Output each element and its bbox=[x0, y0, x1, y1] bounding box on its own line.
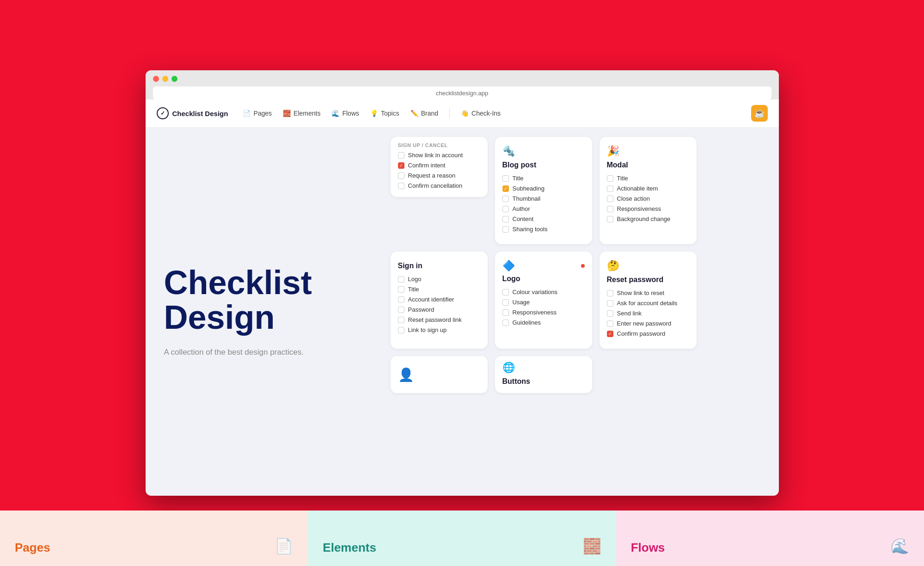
checklist-item-modal-actionable[interactable]: Actionable item bbox=[607, 185, 689, 192]
checklist-item-bp-content[interactable]: Content bbox=[502, 215, 585, 222]
checkbox-bp-content[interactable] bbox=[502, 216, 509, 222]
checkbox-send-link[interactable] bbox=[607, 310, 613, 317]
checklist-item-password[interactable]: Password bbox=[398, 306, 480, 313]
checkbox-show-link-account[interactable] bbox=[398, 152, 404, 159]
checklist-item-colour-var[interactable]: Colour variations bbox=[502, 289, 585, 295]
item-label: Responsiveness bbox=[617, 205, 661, 212]
buy-coffee-button[interactable]: ☕ bbox=[751, 105, 768, 122]
elements-icon: 🧱 bbox=[283, 110, 291, 117]
checkbox-new-password[interactable] bbox=[607, 320, 613, 327]
flows-label: Flows bbox=[342, 110, 359, 117]
checkbox-confirm-cancellation[interactable] bbox=[398, 183, 404, 189]
checklist-item-ask-account[interactable]: Ask for account details bbox=[607, 300, 689, 307]
modal-card: 🎉 Modal Title Actionable item Close acti… bbox=[600, 137, 697, 244]
checkbox-password[interactable] bbox=[398, 307, 404, 313]
hero-title: Checklist Design bbox=[164, 265, 367, 335]
nav-item-elements[interactable]: 🧱 Elements bbox=[283, 110, 320, 117]
checkins-icon: 👋 bbox=[461, 110, 469, 117]
checkbox-bp-thumbnail[interactable] bbox=[502, 196, 509, 202]
url-bar[interactable]: checklistdesign.app bbox=[153, 86, 771, 99]
checklist-item-reset-link[interactable]: Reset password link bbox=[398, 316, 480, 323]
checkbox-reset-link[interactable] bbox=[398, 317, 404, 323]
checkbox-bp-subheading[interactable]: ✓ bbox=[502, 185, 509, 192]
checklist-item-usage[interactable]: Usage bbox=[502, 299, 585, 306]
checkbox-colour-var[interactable] bbox=[502, 289, 509, 295]
checkbox-usage[interactable] bbox=[502, 299, 509, 306]
checklist-item-bp-title[interactable]: Title bbox=[502, 175, 585, 182]
checkbox-bp-sharing[interactable] bbox=[502, 226, 509, 233]
nav-items: 📄 Pages 🧱 Elements 🌊 Flows 💡 Topics ✏️ B… bbox=[243, 108, 736, 118]
checklist-item-modal-close[interactable]: Close action bbox=[607, 195, 689, 202]
reset-pwd-emoji: 🤔 bbox=[607, 260, 689, 272]
checklist-item-bp-sharing[interactable]: Sharing tools bbox=[502, 226, 585, 233]
nav-item-checkins[interactable]: 👋 Check-Ins bbox=[461, 110, 501, 117]
close-button[interactable] bbox=[153, 76, 159, 82]
buttons-card: 🌐 Buttons bbox=[495, 356, 592, 393]
nav-logo[interactable]: ✓ Checklist Design bbox=[157, 107, 228, 119]
checkbox-account-id[interactable] bbox=[398, 296, 404, 303]
checklist-item-sign-up-link[interactable]: Link to sign up bbox=[398, 326, 480, 333]
item-label: Actionable item bbox=[617, 185, 658, 192]
checkbox-modal-close[interactable] bbox=[607, 196, 613, 202]
checkbox-modal-bg[interactable] bbox=[607, 216, 613, 222]
nav-item-flows[interactable]: 🌊 Flows bbox=[331, 110, 359, 117]
checkbox-bp-author[interactable] bbox=[502, 206, 509, 212]
blog-post-title: Blog post bbox=[502, 161, 585, 169]
checklist-item-bp-author[interactable]: Author bbox=[502, 205, 585, 212]
checkbox-logo[interactable] bbox=[398, 276, 404, 283]
pages-label: Pages bbox=[253, 110, 272, 117]
maximize-button[interactable] bbox=[171, 76, 177, 82]
checklist-item-bp-thumbnail[interactable]: Thumbnail bbox=[502, 195, 585, 202]
modal-title: Modal bbox=[607, 161, 689, 169]
checkbox-logo-responsive[interactable] bbox=[502, 309, 509, 316]
checkbox-si-title[interactable] bbox=[398, 286, 404, 293]
checkbox-show-reset-link[interactable] bbox=[607, 290, 613, 296]
checklist-item-show-link-account[interactable]: Show link in account bbox=[398, 152, 480, 159]
checklist-item-logo-responsive[interactable]: Responsiveness bbox=[502, 309, 585, 316]
checkbox-sign-up-link[interactable] bbox=[398, 327, 404, 333]
checkbox-guidelines[interactable] bbox=[502, 320, 509, 326]
item-label: Password bbox=[408, 306, 434, 313]
checklist-item-new-password[interactable]: Enter new password bbox=[607, 320, 689, 327]
checklist-item-modal-title[interactable]: Title bbox=[607, 175, 689, 182]
checklist-item-modal-bg[interactable]: Background change bbox=[607, 215, 689, 222]
nav-item-topics[interactable]: 💡 Topics bbox=[370, 110, 399, 117]
checklist-item-send-link[interactable]: Send link bbox=[607, 310, 689, 317]
checklist-item-show-reset-link[interactable]: Show link to reset bbox=[607, 289, 689, 296]
checklist-item-modal-responsive[interactable]: Responsiveness bbox=[607, 205, 689, 212]
item-label: Colour variations bbox=[513, 289, 558, 295]
checklist-item-title[interactable]: Title bbox=[398, 286, 480, 293]
logo-icon: ✓ bbox=[157, 107, 169, 119]
checkbox-confirm-intent[interactable]: ✓ bbox=[398, 162, 404, 169]
checklist-item-guidelines[interactable]: Guidelines bbox=[502, 319, 585, 326]
item-label: Send link bbox=[617, 310, 642, 317]
checklist-item-logo[interactable]: Logo bbox=[398, 276, 480, 283]
minimize-button[interactable] bbox=[162, 76, 168, 82]
reset-password-card: 🤔 Reset password Show link to reset Ask … bbox=[600, 252, 697, 349]
checklist-item-confirm-cancellation[interactable]: Confirm cancellation bbox=[398, 182, 480, 189]
item-label: Subheading bbox=[513, 185, 545, 192]
checkbox-modal-responsive[interactable] bbox=[607, 206, 613, 212]
checkbox-request-reason[interactable] bbox=[398, 172, 404, 179]
checklist-item-confirm-intent[interactable]: ✓ Confirm intent bbox=[398, 162, 480, 169]
card-partial-label: Sign up / Cancel bbox=[398, 142, 480, 148]
cancel-subscription-card: Sign up / Cancel Show link in account ✓ … bbox=[391, 137, 488, 197]
nav-item-pages[interactable]: 📄 Pages bbox=[243, 110, 272, 117]
checkbox-ask-account[interactable] bbox=[607, 300, 613, 307]
checklist-item-confirm-password[interactable]: ✓ Confirm password bbox=[607, 330, 689, 337]
item-label: Title bbox=[408, 286, 419, 293]
checklist-item-bp-subheading[interactable]: ✓ Subheading bbox=[502, 185, 585, 192]
item-label: Background change bbox=[617, 215, 671, 222]
flows-icon: 🌊 bbox=[331, 110, 339, 117]
checkbox-bp-title[interactable] bbox=[502, 175, 509, 182]
item-label: Thumbnail bbox=[513, 195, 541, 202]
item-label: Title bbox=[513, 175, 524, 182]
checkbox-modal-title[interactable] bbox=[607, 175, 613, 182]
checkbox-modal-actionable[interactable] bbox=[607, 185, 613, 192]
nav-item-brand[interactable]: ✏️ Brand bbox=[410, 110, 438, 117]
checklist-item-request-reason[interactable]: Request a reason bbox=[398, 172, 480, 179]
brand-icon: ✏️ bbox=[410, 110, 418, 117]
checklist-item-account-id[interactable]: Account identifier bbox=[398, 296, 480, 303]
checkbox-confirm-password[interactable]: ✓ bbox=[607, 331, 613, 337]
avatar-emoji: 👤 bbox=[398, 367, 414, 382]
